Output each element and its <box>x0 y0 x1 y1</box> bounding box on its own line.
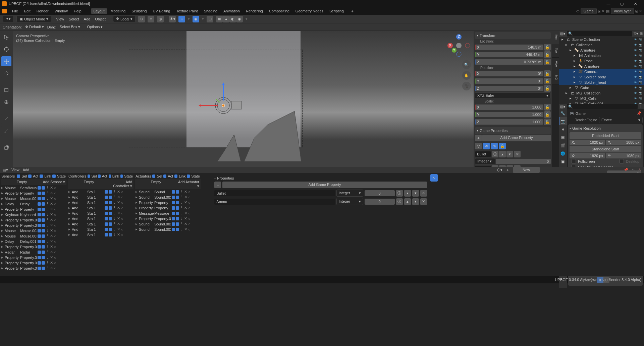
disclosure-icon[interactable]: ▸ <box>564 91 569 95</box>
brick-level-checkbox[interactable] <box>176 212 179 215</box>
overlay-toggle-icon[interactable]: ◉ <box>193 16 199 22</box>
new-collection-icon[interactable]: ⊞ <box>640 31 643 36</box>
brick-dots-icon[interactable]: ⋮ <box>46 239 49 244</box>
shading-matprev-icon[interactable]: ◐ <box>229 16 236 22</box>
disclosure-icon[interactable]: ▸ <box>572 64 577 69</box>
brick-level-checkbox[interactable] <box>42 224 45 227</box>
ptab-object[interactable]: ▣ <box>559 157 567 165</box>
brick-remove-icon[interactable]: ✕ <box>50 228 53 233</box>
logic-brick[interactable]: ▸AndSta 1⋮✕○ <box>68 195 133 200</box>
rotmode-dropdown[interactable]: XYZ Euler▾ <box>475 92 551 99</box>
logic-brick[interactable]: ▸PropertyProperty.004⋮✕○ <box>1 244 66 249</box>
brick-link-icon[interactable]: ○ <box>188 211 191 215</box>
brick-enable-checkbox[interactable] <box>105 201 108 204</box>
brick-level-checkbox[interactable] <box>42 202 45 206</box>
brick-level-checkbox[interactable] <box>176 206 179 210</box>
embed-x-field[interactable]: X:1920 px <box>570 140 605 145</box>
ptab-render[interactable]: 📷 <box>559 117 567 125</box>
brick-link-icon[interactable]: ○ <box>54 191 56 195</box>
up-icon[interactable]: ▴ <box>404 190 411 197</box>
logic-brick[interactable]: ▸KeyboardKeyboard⋮✕○ <box>1 212 66 217</box>
brick-remove-icon[interactable]: ✕ <box>117 222 120 226</box>
brick-level-checkbox[interactable] <box>109 217 112 220</box>
brick-dots-icon[interactable]: ⋮ <box>180 200 183 205</box>
brick-link-icon[interactable]: ○ <box>121 195 123 199</box>
hdr-menu-object[interactable]: Object <box>93 16 108 22</box>
outliner-item[interactable]: ▸▽Cube👁📷 <box>559 85 644 90</box>
workspace-tab-sculpting[interactable]: Sculpting <box>129 8 149 14</box>
brick-remove-icon[interactable]: ✕ <box>184 211 187 215</box>
brick-link-icon[interactable]: ○ <box>121 217 123 221</box>
brick-dots-icon[interactable]: ⋮ <box>46 202 49 206</box>
disclosure-icon[interactable]: ▸ <box>560 37 565 42</box>
viewport-3d[interactable]: Camera Perspective (24) Scene Collection… <box>13 31 474 167</box>
brick-enable-checkbox[interactable] <box>172 201 175 204</box>
down-icon[interactable]: ▾ <box>506 151 513 157</box>
brick-link-icon[interactable]: ○ <box>188 222 191 226</box>
lock-icon[interactable]: 🔓 <box>544 44 551 51</box>
logic-brick[interactable]: ▸AndSta 1⋮✕○ <box>68 221 133 226</box>
gp-type-dropdown[interactable]: Integer ▾ <box>475 158 495 164</box>
brick-dots-icon[interactable]: ⋮ <box>180 206 183 210</box>
brick-enable-checkbox[interactable] <box>172 217 175 220</box>
node-new-button[interactable]: New <box>513 167 540 173</box>
brick-level-checkbox[interactable] <box>42 186 45 190</box>
brick-link-icon[interactable]: ○ <box>54 202 56 206</box>
brick-level-checkbox[interactable] <box>176 222 179 226</box>
orientation-select[interactable]: ✥ Local ▾ <box>113 16 136 22</box>
disclosure-icon[interactable]: ▸ <box>572 59 577 63</box>
brick-remove-icon[interactable]: ✕ <box>50 196 53 201</box>
eye-icon[interactable]: 👁 <box>483 143 490 149</box>
workspace-tab-uv-editing[interactable]: UV Editing <box>150 8 173 14</box>
logic-brick[interactable]: ▸MouseMouse.001⋮✕○ <box>1 196 66 201</box>
brick-level-checkbox[interactable] <box>42 197 45 200</box>
add-game-property-button[interactable]: Add Game Property <box>482 135 551 141</box>
brick-link-icon[interactable]: ○ <box>121 201 123 205</box>
xray-icon[interactable]: ⊡ <box>207 16 213 22</box>
brick-dots-icon[interactable]: ⋮ <box>46 212 49 217</box>
gp-type-dropdown[interactable]: Integer▾ <box>336 198 363 205</box>
logic-brick[interactable]: ▸PropertyProperty.007⋮✕○ <box>1 266 66 271</box>
brick-dots-icon[interactable]: ⋮ <box>113 190 116 194</box>
brick-enable-checkbox[interactable] <box>172 196 175 199</box>
logic-add-menu[interactable]: Add <box>23 168 30 172</box>
disclosure-icon[interactable]: ▸ <box>568 96 573 101</box>
logic-brick[interactable]: ▸SoundSound⋮✕○ <box>135 189 201 194</box>
brick-remove-icon[interactable]: ✕ <box>50 245 53 249</box>
shading-solid-icon[interactable]: ● <box>223 16 229 22</box>
brick-dots-icon[interactable]: ⋮ <box>113 211 116 215</box>
loc-z-field[interactable]: Z0.73789 m <box>475 59 543 65</box>
visibility-icon[interactable]: 👁▾ <box>169 16 176 22</box>
brick-enable-checkbox[interactable] <box>105 196 108 199</box>
menu-edit[interactable]: Edit <box>21 8 33 14</box>
node-select-tool[interactable]: ↖ <box>430 174 438 182</box>
ptab-output[interactable]: 🖨 <box>559 125 567 133</box>
brick-dots-icon[interactable]: ⋮ <box>113 216 116 221</box>
brick-remove-icon[interactable]: ✕ <box>50 207 53 211</box>
move-tool[interactable] <box>1 56 11 66</box>
outliner-item[interactable]: ▸🗀Scene Collection👁📷 <box>559 37 644 42</box>
lock-icon[interactable]: 🔓 <box>544 85 551 92</box>
brick-remove-icon[interactable]: ✕ <box>50 202 53 206</box>
brick-link-icon[interactable]: ○ <box>54 266 56 270</box>
brick-remove-icon[interactable]: ✕ <box>184 195 187 199</box>
brick-level-checkbox[interactable] <box>109 212 112 215</box>
brick-enable-checkbox[interactable] <box>38 251 41 254</box>
options-dropdown[interactable]: Options ▾ <box>87 25 103 29</box>
brick-dots-icon[interactable]: ⋮ <box>46 255 49 260</box>
brick-enable-checkbox[interactable] <box>38 197 41 200</box>
brick-link-icon[interactable]: ○ <box>54 261 56 265</box>
workspace-tab-geometry-nodes[interactable]: Geometry Nodes <box>293 8 326 14</box>
brick-dots-icon[interactable]: ⋮ <box>46 191 49 195</box>
ptab-scene[interactable]: 🎬 <box>559 141 567 149</box>
workspace-add-button[interactable]: ＋ <box>348 8 357 14</box>
brick-level-checkbox[interactable] <box>109 190 112 194</box>
select-tool[interactable] <box>1 32 11 42</box>
hdr-menu-add[interactable]: Add <box>82 16 93 22</box>
annotate-tool[interactable] <box>1 114 11 124</box>
disclosure-icon[interactable]: ▸ <box>572 69 577 74</box>
brick-enable-checkbox[interactable] <box>105 190 108 194</box>
brick-level-checkbox[interactable] <box>42 267 45 270</box>
drag-dropdown[interactable]: Select Box ▾ <box>60 25 80 29</box>
brick-remove-icon[interactable]: ✕ <box>184 216 187 221</box>
